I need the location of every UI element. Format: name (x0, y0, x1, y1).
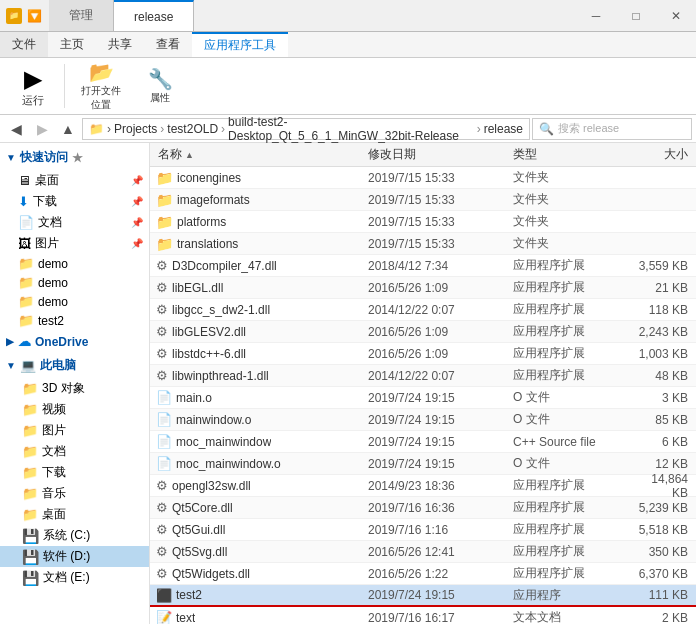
table-row[interactable]: ⚙ libGLESV2.dll 2016/5/26 1:09 应用程序扩展 2,… (150, 321, 696, 343)
back-button[interactable]: ◀ (4, 117, 28, 141)
table-row[interactable]: 📄 mainwindow.o 2019/7/24 19:15 O 文件 85 K… (150, 409, 696, 431)
ribbon-open-location-btn[interactable]: 📂 打开文件位置 (71, 55, 131, 117)
maximize-button[interactable]: □ (616, 0, 656, 31)
file-name-cell: 📁 platforms (154, 214, 364, 230)
ribbon-run-btn[interactable]: ▶ 运行 (8, 60, 58, 113)
file-date-cell: 2019/7/15 15:33 (364, 171, 509, 185)
ribbon-properties-btn[interactable]: 🔧 属性 (135, 62, 185, 110)
file-type-cell: 文件夹 (509, 191, 629, 208)
sidebar-item-desktop[interactable]: 🖥 桌面 📌 (0, 170, 149, 191)
file-type-cell: 文件夹 (509, 169, 629, 186)
sidebar: ▼ 快速访问 ★ 🖥 桌面 📌 ⬇ 下载 📌 📄 文档 📌 🖼 图片 (0, 143, 150, 624)
table-row[interactable]: ⚙ Qt5Widgets.dll 2016/5/26 1:22 应用程序扩展 6… (150, 563, 696, 585)
table-row[interactable]: 📄 main.o 2019/7/24 19:15 O 文件 3 KB (150, 387, 696, 409)
ribbon-tab-inactive[interactable]: 管理 (49, 0, 114, 31)
sidebar-section-thispc: ▼ 💻 此电脑 📁 3D 对象 📁 视频 📁 图片 📁 文档 📁 (0, 353, 149, 588)
table-row[interactable]: 📄 moc_mainwindow.o 2019/7/24 19:15 O 文件 … (150, 453, 696, 475)
sidebar-item-docs[interactable]: 📄 文档 📌 (0, 212, 149, 233)
tab-home[interactable]: 主页 (48, 32, 96, 57)
file-name-cell: ⚙ libstdc++-6.dll (154, 346, 364, 361)
col-header-type[interactable]: 类型 (509, 146, 629, 163)
file-date-cell: 2016/5/26 1:09 (364, 281, 509, 295)
table-row[interactable]: 📄 moc_mainwindow 2019/7/24 19:15 C++ Sou… (150, 431, 696, 453)
search-box[interactable]: 🔍 搜索 release (532, 118, 692, 140)
sidebar-item-documents[interactable]: 📁 文档 (0, 441, 149, 462)
sidebar-item-demo3[interactable]: 📁 demo (0, 292, 149, 311)
file-size-cell: 111 KB (629, 588, 692, 602)
table-row[interactable]: ⚙ Qt5Core.dll 2019/7/16 16:36 应用程序扩展 5,2… (150, 497, 696, 519)
sidebar-item-dl[interactable]: 📁 下载 (0, 462, 149, 483)
breadcrumb[interactable]: 📁 › Projects › test2OLD › build-test2-De… (82, 118, 530, 140)
file-size-cell: 48 KB (629, 369, 692, 383)
sidebar-header-quickaccess[interactable]: ▼ 快速访问 ★ (0, 145, 149, 170)
table-row[interactable]: ⚙ libstdc++-6.dll 2016/5/26 1:09 应用程序扩展 … (150, 343, 696, 365)
ribbon-separator-1 (64, 64, 65, 108)
file-size-cell: 5,518 KB (629, 523, 692, 537)
sidebar-item-downloads[interactable]: ⬇ 下载 📌 (0, 191, 149, 212)
ribbon-tab-active[interactable]: release (114, 0, 194, 31)
tab-view[interactable]: 查看 (144, 32, 192, 57)
file-type-cell: 应用程序扩展 (509, 521, 629, 538)
table-row[interactable]: 📁 iconengines 2019/7/15 15:33 文件夹 (150, 167, 696, 189)
file-size-cell: 118 KB (629, 303, 692, 317)
file-name-cell: ⚙ Qt5Core.dll (154, 500, 364, 515)
sidebar-item-videos[interactable]: 📁 视频 (0, 399, 149, 420)
forward-button[interactable]: ▶ (30, 117, 54, 141)
col-header-date[interactable]: 修改日期 (364, 146, 509, 163)
table-row[interactable]: 📁 translations 2019/7/15 15:33 文件夹 (150, 233, 696, 255)
sidebar-item-music[interactable]: 📁 音乐 (0, 483, 149, 504)
table-row[interactable]: ⚙ libgcc_s_dw2-1.dll 2014/12/22 0:07 应用程… (150, 299, 696, 321)
sidebar-item-pictures[interactable]: 📁 图片 (0, 420, 149, 441)
file-size-cell: 3,559 KB (629, 259, 692, 273)
file-name-cell: 📁 iconengines (154, 170, 364, 186)
table-row[interactable]: ⚙ Qt5Gui.dll 2019/7/16 1:16 应用程序扩展 5,518… (150, 519, 696, 541)
table-row[interactable]: ⚙ libwinpthread-1.dll 2014/12/22 0:07 应用… (150, 365, 696, 387)
table-row[interactable]: ⚙ opengl32sw.dll 2014/9/23 18:36 应用程序扩展 … (150, 475, 696, 497)
col-header-size[interactable]: 大小 (629, 146, 692, 163)
file-name-cell: ⚙ D3Dcompiler_47.dll (154, 258, 364, 273)
file-type-cell: O 文件 (509, 411, 629, 428)
file-date-cell: 2016/5/26 1:22 (364, 567, 509, 581)
sidebar-item-drive-d[interactable]: 💾 软件 (D:) (0, 546, 149, 567)
sidebar-item-3dobjects[interactable]: 📁 3D 对象 (0, 378, 149, 399)
file-name-cell: ⚙ libwinpthread-1.dll (154, 368, 364, 383)
file-size-cell: 12 KB (629, 457, 692, 471)
sidebar-item-drive-e[interactable]: 💾 文档 (E:) (0, 567, 149, 588)
close-button[interactable]: ✕ (656, 0, 696, 31)
sidebar-item-demo2[interactable]: 📁 demo (0, 273, 149, 292)
sidebar-header-onedrive[interactable]: ▶ ☁ OneDrive (0, 330, 149, 353)
file-name-cell: 📄 moc_mainwindow.o (154, 456, 364, 471)
table-row[interactable]: ⬛ test2 2019/7/24 19:15 应用程序 111 KB (150, 585, 696, 607)
file-date-cell: 2014/12/22 0:07 (364, 303, 509, 317)
file-size-cell: 350 KB (629, 545, 692, 559)
quick-access-icon[interactable]: 🔽 (25, 7, 43, 25)
table-row[interactable]: ⚙ libEGL.dll 2016/5/26 1:09 应用程序扩展 21 KB (150, 277, 696, 299)
file-type-cell: 应用程序 (509, 587, 629, 604)
file-type-cell: 文件夹 (509, 213, 629, 230)
file-date-cell: 2019/7/15 15:33 (364, 237, 509, 251)
file-type-cell: 文本文档 (509, 609, 629, 624)
sidebar-item-demo1[interactable]: 📁 demo (0, 254, 149, 273)
file-date-cell: 2016/5/26 1:09 (364, 347, 509, 361)
sidebar-item-desktopc[interactable]: 📁 桌面 (0, 504, 149, 525)
sidebar-header-thispc[interactable]: ▼ 💻 此电脑 (0, 353, 149, 378)
file-type-cell: 应用程序扩展 (509, 367, 629, 384)
up-button[interactable]: ▲ (56, 117, 80, 141)
tab-share[interactable]: 共享 (96, 32, 144, 57)
col-header-name[interactable]: 名称 ▲ (154, 146, 364, 163)
table-row[interactable]: ⚙ Qt5Svg.dll 2016/5/26 12:41 应用程序扩展 350 … (150, 541, 696, 563)
table-row[interactable]: 📝 text 2019/7/16 16:17 文本文档 2 KB (150, 607, 696, 624)
table-row[interactable]: ⚙ D3Dcompiler_47.dll 2018/4/12 7:34 应用程序… (150, 255, 696, 277)
table-row[interactable]: 📁 platforms 2019/7/15 15:33 文件夹 (150, 211, 696, 233)
sidebar-section-quickaccess: ▼ 快速访问 ★ 🖥 桌面 📌 ⬇ 下载 📌 📄 文档 📌 🖼 图片 (0, 145, 149, 330)
sidebar-item-drive-c[interactable]: 💾 系统 (C:) (0, 525, 149, 546)
tab-file[interactable]: 文件 (0, 32, 48, 57)
file-date-cell: 2014/9/23 18:36 (364, 479, 509, 493)
file-name-cell: 📄 main.o (154, 390, 364, 405)
table-row[interactable]: 📁 imageformats 2019/7/15 15:33 文件夹 (150, 189, 696, 211)
minimize-button[interactable]: ─ (576, 0, 616, 31)
sidebar-item-test2[interactable]: 📁 test2 (0, 311, 149, 330)
tab-app-tools[interactable]: 应用程序工具 (192, 32, 288, 57)
file-size-cell: 2,243 KB (629, 325, 692, 339)
sidebar-item-pics[interactable]: 🖼 图片 📌 (0, 233, 149, 254)
